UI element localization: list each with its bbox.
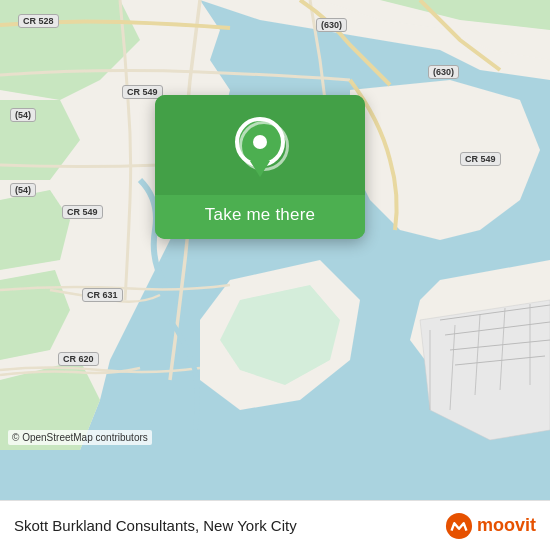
bottom-bar: Skott Burkland Consultants, New York Cit… [0,500,550,550]
take-me-there-popup[interactable]: Take me there [155,95,365,239]
route-badge-528: CR 528 [18,14,59,28]
map-container: CR 528 CR 549 CR 549 (54) (54) (630) (63… [0,0,550,500]
take-me-there-label: Take me there [205,205,315,224]
pin-outer-ring [239,121,289,171]
route-badge-630-2: (630) [428,65,459,79]
route-badge-54-2: (54) [10,183,36,197]
route-badge-cr549-2: CR 549 [62,205,103,219]
pin-head [235,117,285,167]
route-badge-cr631: CR 631 [82,288,123,302]
moovit-text: moovit [477,515,536,536]
moovit-logo: moovit [445,512,536,540]
location-name: Skott Burkland Consultants, New York Cit… [14,517,445,534]
popup-label-area: Take me there [155,195,365,239]
route-badge-54-1: (54) [10,108,36,122]
route-badge-cr620: CR 620 [58,352,99,366]
moovit-m-icon [445,512,473,540]
route-badge-630-1: (630) [316,18,347,32]
route-badge-cr549-1: CR 549 [122,85,163,99]
attribution-text: © OpenStreetMap contributors [12,432,148,443]
route-badge-cr549-3: CR 549 [460,152,501,166]
svg-point-9 [446,512,472,538]
osm-attribution: © OpenStreetMap contributors [8,430,152,445]
popup-icon-area [155,95,365,195]
map-svg [0,0,550,500]
location-pin-icon [235,117,285,177]
